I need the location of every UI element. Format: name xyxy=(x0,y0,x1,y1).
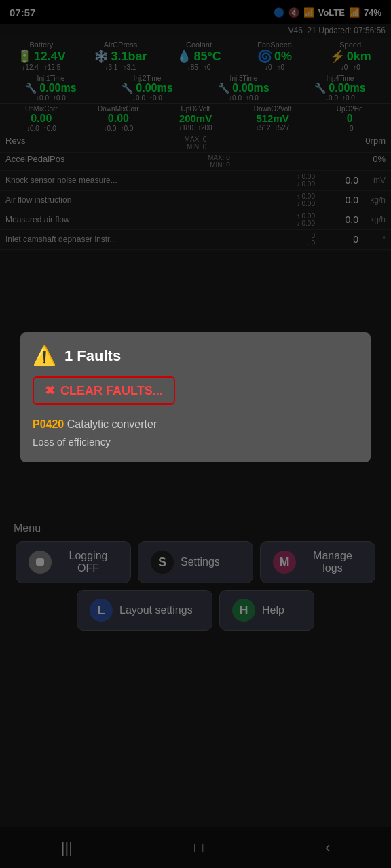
fault-description: Loss of efficiency xyxy=(33,433,358,450)
warning-icon: ⚠️ xyxy=(33,344,56,367)
fault-code-id: P0420 xyxy=(33,418,64,430)
clear-faults-button[interactable]: ✖ CLEAR FAULTS... xyxy=(33,376,175,405)
fault-dialog: ⚠️ 1 Faults ✖ CLEAR FAULTS... P0420 Cata… xyxy=(20,332,371,462)
clear-faults-x-icon: ✖ xyxy=(45,383,55,398)
fault-code-row: P0420 Catalytic converter xyxy=(33,416,358,433)
clear-faults-label: CLEAR FAULTS... xyxy=(60,384,163,398)
fault-name: Catalytic converter xyxy=(67,418,157,430)
fault-header: ⚠️ 1 Faults xyxy=(33,344,358,367)
fault-title: 1 Faults xyxy=(64,347,121,365)
